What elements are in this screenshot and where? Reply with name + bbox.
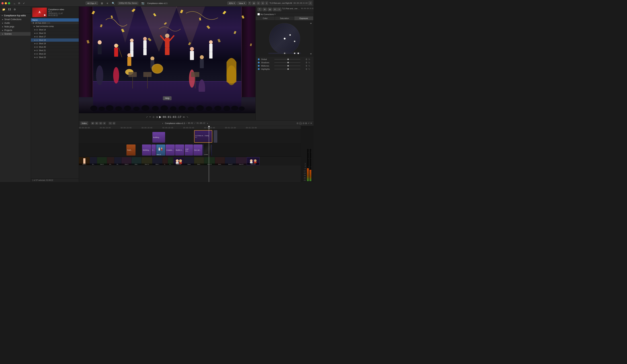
filmstrip-shot23[interactable]: Shot 23 (204, 157, 215, 165)
filmstrip-shot-dot3[interactable]: Shot... (215, 157, 225, 165)
filmstrip-s2[interactable]: S... (168, 157, 173, 165)
sidebar-item-audio[interactable]: ▶ Audio (0, 21, 31, 25)
tl-zoom-out[interactable]: ⊟ (297, 122, 298, 125)
close-button[interactable] (1, 2, 4, 4)
frame-icon[interactable]: ⊡ (257, 1, 260, 5)
browser-item-bad-orchestra[interactable]: ▶ bad orchestra comp (31, 25, 79, 28)
filmstrip-sh[interactable]: Sh... (90, 157, 97, 165)
filmstrip-shot20[interactable]: Shot 20 (173, 157, 184, 165)
filmstrip-sh2[interactable]: Sh... (107, 157, 114, 165)
clip-building[interactable]: Building... (152, 132, 165, 143)
filmstrip-sh3[interactable]: Sh... (114, 157, 122, 165)
sidebar-icon-2[interactable]: 🎞 (7, 8, 11, 11)
clip-tls-risk[interactable]: TLS Risk sh... Clarity: Ti... (194, 130, 212, 143)
sidebar-icon-3[interactable]: ⚙ (13, 8, 17, 11)
camera-icon[interactable]: 📷 (141, 1, 145, 5)
color-icon[interactable]: ◑ (156, 116, 158, 118)
search-icon[interactable]: 🔍 (111, 1, 115, 5)
tab-exposure[interactable]: Exposure (294, 16, 314, 20)
tl-close[interactable]: ✕ (310, 122, 312, 125)
browser-item-shot23[interactable]: ▶ ▤ Shot 23 (31, 56, 79, 59)
trim-icon[interactable]: ✂ (149, 116, 151, 118)
timeline-tab-index[interactable]: Index (80, 121, 88, 125)
badge-icon[interactable]: ✓ (22, 1, 26, 5)
slider-track-midtones[interactable] (274, 66, 301, 66)
info-icon-btn[interactable]: ℹ (265, 1, 268, 5)
clip-andcre[interactable]: And cre... (185, 144, 193, 156)
timeline-prev[interactable]: ‹ (161, 121, 164, 125)
clip-confetti[interactable]: confetti (203, 144, 212, 156)
minimize-button[interactable] (5, 2, 7, 4)
fullscreen-icon[interactable]: ⤡ (187, 116, 188, 118)
transform-icon[interactable]: ⤢ (146, 116, 148, 118)
timeline-ctrl-1[interactable]: ⊞ (91, 122, 94, 125)
inspector-tab-grid[interactable]: ⊞ (262, 8, 267, 11)
slider-thumb-midtones[interactable] (287, 65, 289, 67)
maximize-button[interactable] (8, 2, 10, 4)
filmstrip-shot9[interactable]: Shot 9 (122, 157, 132, 165)
tl-split[interactable]: ⊞ (305, 122, 307, 125)
browser-item-shot15[interactable]: ▶ ▤ Shot 15 (31, 32, 79, 35)
library-icon[interactable]: ⎁ (13, 1, 16, 5)
help-badge[interactable]: Help (163, 96, 172, 100)
export-icon[interactable]: ↗ (309, 1, 312, 5)
tl-export[interactable]: ↗ (308, 122, 310, 125)
sidebar-item-projects[interactable]: ▶ Projects (0, 28, 31, 32)
clip-working[interactable]: Working... (142, 144, 151, 156)
split-icon[interactable]: ⊟ (261, 1, 264, 5)
slider-track-shadows[interactable] (274, 62, 301, 63)
inspector-tab-audio[interactable]: ⊟ (273, 8, 277, 11)
filmstrip-shot1[interactable]: Shot 1 (79, 157, 90, 165)
browser-item-shot20[interactable]: ▶ ▤ Shot 20 (31, 45, 79, 49)
cursor-btn[interactable]: ↖ (109, 122, 112, 125)
sidebar-item-note-pngs[interactable]: ▶ Note pngs (0, 25, 31, 28)
filmstrip-shot-dot[interactable]: Shot... (132, 157, 142, 165)
browser-item-shot14[interactable]: ▶ ▤ Shot 14 (31, 28, 79, 32)
all-clips-dropdown[interactable]: All Clips ▾ (86, 1, 98, 5)
tab-saturation[interactable]: Saturation (275, 16, 294, 20)
filmstrip-muse[interactable]: Muse (184, 157, 194, 165)
tl-headphone[interactable]: 🎧 (299, 122, 302, 125)
browser-item-shot18[interactable]: ▶ ▤ Shot 18 (31, 39, 79, 42)
browser-section-header[interactable]: ▼ 24 Feb 2023 (10) (31, 22, 79, 25)
inspector-tab-text[interactable]: T (258, 8, 262, 11)
filmstrip-shot23b[interactable]: Shot 23 (236, 157, 247, 165)
browser-item-shot19[interactable]: ▶ ▤ Shot 19 (31, 42, 79, 45)
text-icon[interactable]: T (248, 1, 251, 5)
inspector-tab-film[interactable]: ▤ (268, 8, 272, 11)
sidebar-section-root[interactable]: ▼ Compliance fcp edits (0, 14, 31, 18)
zoom-dropdown[interactable]: 83% ▾ (227, 1, 236, 5)
clip-creates[interactable]: Creates... (166, 144, 175, 156)
timeline-ctrl-3[interactable]: ⊡ (99, 122, 102, 125)
clip-small-right[interactable] (214, 130, 217, 143)
clip-ourval[interactable]: Our val... (193, 144, 203, 156)
slider-thumb-global[interactable] (287, 58, 289, 60)
view-dropdown[interactable]: View ▾ (237, 1, 247, 5)
tab-color[interactable]: Color (256, 16, 275, 20)
browser-item-shot21[interactable]: ▶ ▤ Shot 21 (31, 49, 79, 52)
slider-thumb-shadows[interactable] (287, 62, 289, 63)
filmstrip-shot20-right[interactable]: Shot 20 (247, 157, 260, 165)
filmstrip-s[interactable]: S... (162, 157, 168, 165)
timeline-ctrl-4[interactable]: ▾ (103, 122, 106, 125)
browser-item-shot17[interactable]: ▶ ▤ Shot 17 (31, 35, 79, 39)
filmstrip-shot3[interactable]: Shot 3 (97, 157, 107, 165)
effects-icon[interactable]: ◎ (153, 116, 155, 118)
filmstrip-shot-dot2[interactable]: Shot... (194, 157, 204, 165)
cursor-dropdown[interactable]: ▾ (113, 122, 115, 125)
sidebar-item-scenes[interactable]: ▶ Scenes (0, 32, 31, 36)
clip-feeli[interactable]: Feeli... (126, 144, 136, 156)
sidebar-item-smart-collections[interactable]: ▶ Smart Collections (0, 18, 31, 21)
browser-item-shot22[interactable]: ▶ ▤ Shot 22 (31, 52, 79, 56)
filmstrip-shot1b[interactable]: Shot 1 (152, 157, 162, 165)
sidebar-icon-1[interactable]: 📁 (1, 8, 6, 11)
slider-track-global[interactable] (274, 59, 301, 59)
play-button[interactable]: ▶ (159, 115, 161, 119)
timeline-next[interactable]: › (207, 121, 209, 125)
layout-icon[interactable]: ⊞ (100, 1, 104, 5)
filter-icon[interactable]: ≡ (106, 1, 109, 5)
tl-balance[interactable]: ⊟ (303, 122, 305, 125)
corrections-checkbox[interactable] (258, 13, 260, 15)
clip-builds[interactable]: Builds tr... (175, 144, 184, 156)
skip-btn[interactable]: ⏭ (183, 116, 185, 118)
